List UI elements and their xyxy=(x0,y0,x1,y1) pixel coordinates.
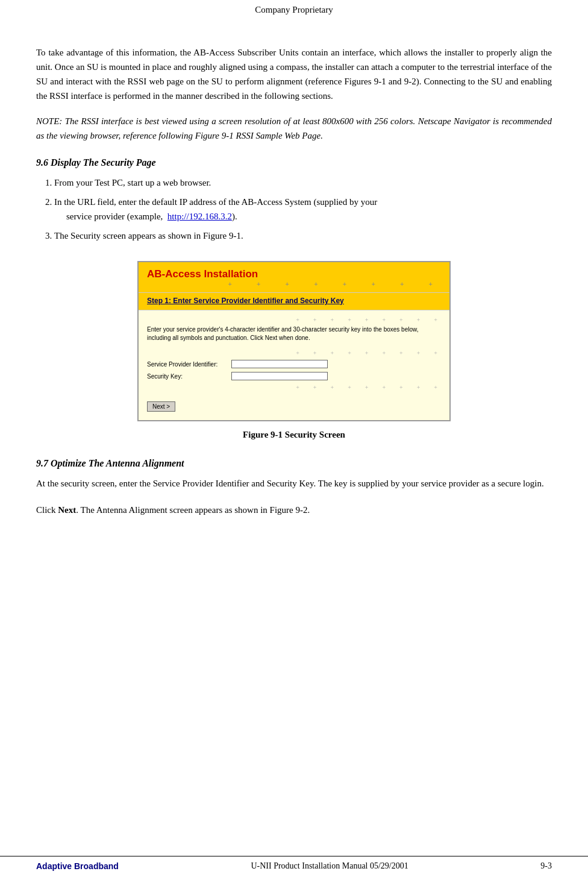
field-label-2: Security Key: xyxy=(147,373,231,380)
next-bold: Next xyxy=(58,505,76,515)
header-title: Company Proprietary xyxy=(255,5,333,14)
figure-caption: Figure 9-1 Security Screen xyxy=(243,430,345,440)
plus-decoration-2: + + + + + + + + + xyxy=(147,316,441,323)
next-button[interactable]: Next > xyxy=(147,401,175,412)
footer-page-number: 9-3 xyxy=(540,861,552,871)
plus-decoration-4: + + + + + + + + + xyxy=(147,384,441,391)
section-97-para1: At the security screen, enter the Servic… xyxy=(36,476,552,491)
ss-body: + + + + + + + + + Enter your service pro… xyxy=(139,310,449,420)
steps-list: From your Test PC, start up a web browse… xyxy=(54,175,552,243)
intro-paragraph-1: To take advantage of this information, t… xyxy=(36,45,552,103)
page-header: Company Proprietary xyxy=(36,0,552,27)
ss-instruction: Enter your service provider's 4-characte… xyxy=(147,325,441,342)
field-row-2: Security Key: xyxy=(147,372,441,380)
security-screen-mock: AB-Access Installation + + + + + + + + S… xyxy=(137,261,451,421)
ip-link[interactable]: http://192.168.3.2 xyxy=(167,212,232,221)
footer-company: Adaptive Broadband xyxy=(36,861,119,871)
plus-decoration-3: + + + + + + + + + xyxy=(147,350,441,356)
click-next-para: Click Next. The Antenna Alignment screen… xyxy=(36,503,552,517)
section-96-heading: 9.6 Display The Security Page xyxy=(36,157,552,168)
section-97: 9.7 Optimize The Antenna Alignment At th… xyxy=(36,458,552,517)
section-97-heading: 9.7 Optimize The Antenna Alignment xyxy=(36,458,552,469)
security-key-input[interactable] xyxy=(231,372,328,380)
figure-container: AB-Access Installation + + + + + + + + S… xyxy=(36,261,552,440)
ss-step-header: Step 1: Enter Service Provider Identifie… xyxy=(139,293,449,310)
main-content: To take advantage of this information, t… xyxy=(36,27,552,517)
service-provider-input[interactable] xyxy=(231,360,328,368)
step-2: In the URL field, enter the default IP a… xyxy=(54,195,552,224)
plus-decoration-1: + + + + + + + + xyxy=(147,280,441,288)
page-footer: Adaptive Broadband U-NII Product Install… xyxy=(0,856,588,871)
footer-manual-info: U-NII Product Installation Manual 05/29/… xyxy=(119,861,540,871)
app-title: AB-Access Installation xyxy=(147,268,258,280)
step-1: From your Test PC, start up a web browse… xyxy=(54,175,552,190)
field-label-1: Service Provider Identifier: xyxy=(147,361,231,368)
field-row-1: Service Provider Identifier: xyxy=(147,360,441,368)
ss-title-bar: AB-Access Installation + + + + + + + + xyxy=(139,262,449,293)
step-3: The Security screen appears as shown in … xyxy=(54,228,552,243)
note-paragraph: NOTE: The RSSI interface is best viewed … xyxy=(36,114,552,143)
step-title: Step 1: Enter Service Provider Identifie… xyxy=(147,297,441,305)
page-container: Company Proprietary To take advantage of… xyxy=(0,0,588,883)
